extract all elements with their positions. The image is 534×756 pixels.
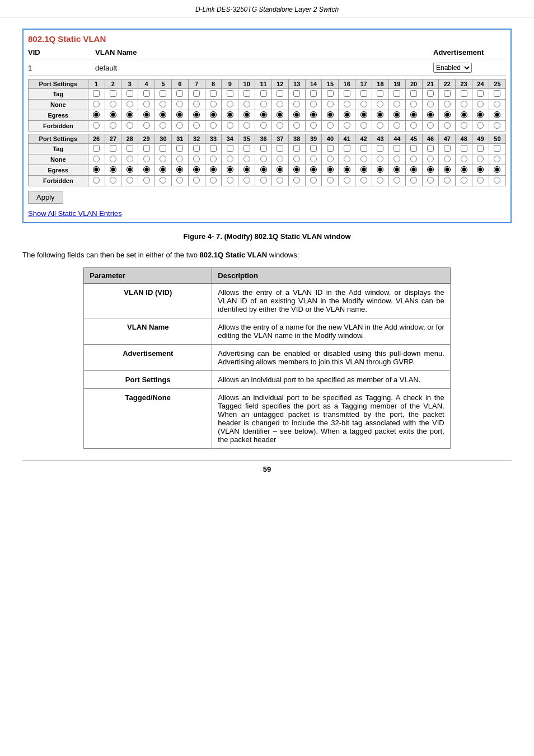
egress-radio-39[interactable] [310,166,317,173]
tag-checkbox-6[interactable] [176,90,183,97]
none-radio-20[interactable] [410,101,417,107]
tag-checkbox-16[interactable] [344,90,350,97]
tag-checkbox-19[interactable] [394,90,400,97]
tag-checkbox-31[interactable] [176,145,183,152]
none-radio-30[interactable] [160,156,166,162]
forbidden-radio-44[interactable] [394,177,400,184]
none-radio-38[interactable] [293,156,300,162]
none-radio-50[interactable] [494,156,500,162]
egress-radio-35[interactable] [243,166,250,173]
none-radio-44[interactable] [394,156,400,162]
egress-radio-9[interactable] [227,111,233,118]
egress-radio-18[interactable] [377,111,383,118]
none-radio-49[interactable] [477,156,484,162]
tag-checkbox-3[interactable] [127,90,133,97]
forbidden-radio-23[interactable] [461,122,467,129]
forbidden-radio-8[interactable] [210,122,217,129]
tag-checkbox-9[interactable] [227,90,233,97]
forbidden-radio-28[interactable] [127,177,133,184]
tag-checkbox-15[interactable] [327,90,334,97]
tag-checkbox-5[interactable] [160,90,166,97]
forbidden-radio-7[interactable] [193,122,200,129]
egress-radio-46[interactable] [427,166,434,173]
forbidden-radio-45[interactable] [410,177,417,184]
none-radio-5[interactable] [160,101,166,107]
tag-checkbox-27[interactable] [110,145,116,152]
egress-radio-6[interactable] [176,111,183,118]
tag-checkbox-34[interactable] [227,145,233,152]
forbidden-radio-49[interactable] [477,177,484,184]
forbidden-radio-24[interactable] [477,122,484,129]
tag-checkbox-33[interactable] [210,145,217,152]
forbidden-radio-21[interactable] [427,122,434,129]
none-radio-29[interactable] [143,156,150,162]
none-radio-22[interactable] [444,101,451,107]
forbidden-radio-39[interactable] [310,177,317,184]
tag-checkbox-18[interactable] [377,90,383,97]
egress-radio-13[interactable] [293,111,300,118]
none-radio-47[interactable] [444,156,451,162]
forbidden-radio-16[interactable] [344,122,350,129]
forbidden-radio-10[interactable] [243,122,250,129]
tag-checkbox-12[interactable] [277,90,283,97]
none-radio-40[interactable] [327,156,334,162]
tag-checkbox-35[interactable] [243,145,250,152]
none-radio-26[interactable] [93,156,100,162]
show-all-link[interactable]: Show All Static VLAN Entries [28,209,506,218]
forbidden-radio-26[interactable] [93,177,100,184]
forbidden-radio-13[interactable] [293,122,300,129]
forbidden-radio-30[interactable] [160,177,166,184]
forbidden-radio-12[interactable] [277,122,283,129]
forbidden-radio-22[interactable] [444,122,451,129]
tag-checkbox-32[interactable] [193,145,200,152]
forbidden-radio-46[interactable] [427,177,434,184]
egress-radio-5[interactable] [160,111,166,118]
none-radio-32[interactable] [193,156,200,162]
forbidden-radio-48[interactable] [461,177,467,184]
none-radio-42[interactable] [360,156,367,162]
none-radio-8[interactable] [210,101,217,107]
none-radio-3[interactable] [127,101,133,107]
tag-checkbox-42[interactable] [360,145,367,152]
egress-radio-43[interactable] [377,166,383,173]
forbidden-radio-31[interactable] [176,177,183,184]
tag-checkbox-10[interactable] [243,90,250,97]
none-radio-39[interactable] [310,156,317,162]
tag-checkbox-28[interactable] [127,145,133,152]
forbidden-radio-38[interactable] [293,177,300,184]
none-radio-17[interactable] [360,101,367,107]
egress-radio-20[interactable] [410,111,417,118]
forbidden-radio-4[interactable] [143,122,150,129]
none-radio-33[interactable] [210,156,217,162]
none-radio-18[interactable] [377,101,383,107]
egress-radio-19[interactable] [394,111,400,118]
tag-checkbox-40[interactable] [327,145,334,152]
none-radio-41[interactable] [344,156,350,162]
forbidden-radio-6[interactable] [176,122,183,129]
egress-radio-28[interactable] [127,166,133,173]
tag-checkbox-43[interactable] [377,145,383,152]
none-radio-43[interactable] [377,156,383,162]
forbidden-radio-27[interactable] [110,177,116,184]
egress-radio-31[interactable] [176,166,183,173]
egress-radio-33[interactable] [210,166,217,173]
none-radio-2[interactable] [110,101,116,107]
egress-radio-44[interactable] [394,166,400,173]
none-radio-45[interactable] [410,156,417,162]
tag-checkbox-1[interactable] [93,90,100,97]
forbidden-radio-15[interactable] [327,122,334,129]
forbidden-radio-3[interactable] [127,122,133,129]
forbidden-radio-36[interactable] [260,177,267,184]
egress-radio-16[interactable] [344,111,350,118]
tag-checkbox-26[interactable] [93,145,100,152]
advertisement-select[interactable]: Enabled Disabled [433,63,472,73]
egress-radio-49[interactable] [477,166,484,173]
tag-checkbox-38[interactable] [293,145,300,152]
tag-checkbox-47[interactable] [444,145,451,152]
tag-checkbox-22[interactable] [444,90,451,97]
egress-radio-45[interactable] [410,166,417,173]
tag-checkbox-11[interactable] [260,90,267,97]
tag-checkbox-45[interactable] [410,145,417,152]
forbidden-radio-1[interactable] [93,122,100,129]
egress-radio-1[interactable] [93,111,100,118]
